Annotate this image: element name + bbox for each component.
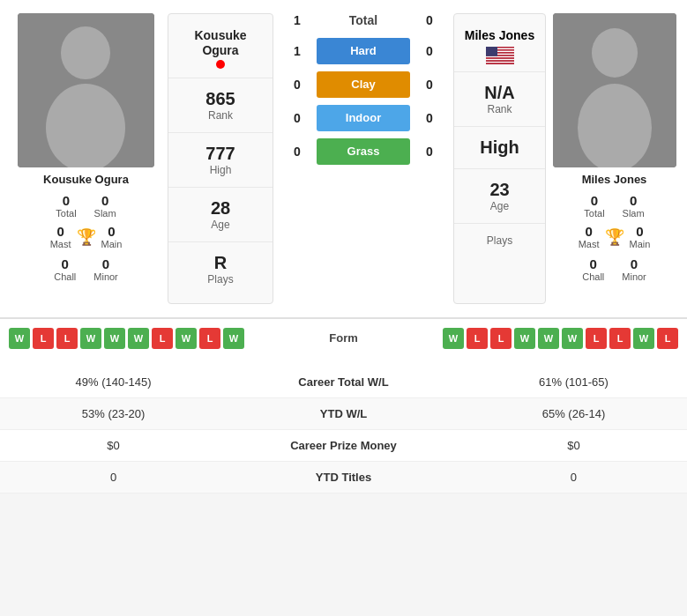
left-form-badge-l: L <box>199 328 220 349</box>
svg-rect-10 <box>486 56 514 58</box>
total-label: Total <box>317 13 410 27</box>
svg-rect-11 <box>486 57 514 59</box>
right-age-value: 23 <box>489 180 509 200</box>
left-plays-label: Plays <box>207 273 233 286</box>
left-high-label: High <box>210 164 232 176</box>
right-slam-label: Slam <box>623 208 645 219</box>
stats-row-1: 53% (23-20)YTD W/L65% (26-14) <box>0 397 687 429</box>
left-plays-block: R Plays <box>168 242 273 296</box>
svg-point-1 <box>61 26 110 79</box>
right-middle-stats: Miles Jones <box>453 13 546 304</box>
left-age-value: 28 <box>211 198 230 219</box>
stats-table: 49% (140-145)Career Total W/L61% (101-65… <box>0 367 687 494</box>
svg-rect-13 <box>486 60 514 62</box>
right-form-badge-l: L <box>586 328 607 349</box>
right-rank-label: Rank <box>487 103 512 115</box>
hard-left-val: 1 <box>285 44 310 58</box>
right-minor-value: 0 <box>631 256 638 271</box>
left-main-label: Main <box>101 239 123 249</box>
right-mast-label: Mast <box>579 239 600 249</box>
left-trophy-row: 0 Mast 🏆 0 Main <box>50 224 123 249</box>
right-main-cell: 0 Main <box>630 224 651 249</box>
left-chall-cell: 0 Chall <box>54 256 76 282</box>
stats-left-val-1: 53% (23-20) <box>0 397 227 429</box>
left-total-label: Total <box>56 208 76 219</box>
surface-row-hard: 1 Hard 0 <box>285 38 442 64</box>
left-form-badge-w: W <box>223 328 244 349</box>
right-form-badge-l: L <box>609 328 631 349</box>
left-total-cell: 0 Total <box>56 193 76 219</box>
right-chall-label: Chall <box>582 271 604 282</box>
left-flag-circle <box>216 60 225 69</box>
left-mast-cell: 0 Mast <box>50 224 71 249</box>
surface-row-total: 1 Total 0 <box>285 13 442 27</box>
left-age-label: Age <box>211 219 229 231</box>
stats-center-label-2: Career Prize Money <box>227 429 460 461</box>
left-form-badges: WLLWWWLWLW <box>9 328 244 349</box>
match-stats-center: 1 Total 0 1 Hard 0 0 Clay 0 0 Indoor 0 <box>278 13 449 304</box>
right-age-block: 23 Age <box>454 169 545 224</box>
stats-right-val-2: $0 <box>460 429 687 461</box>
left-player-card: Kousuke Ogura 0 Total 0 Slam 0 Mast 🏆 <box>9 13 163 304</box>
stats-center-label-0: Career Total W/L <box>227 367 460 398</box>
left-form-badge-w: W <box>128 328 149 349</box>
left-slam-value: 0 <box>101 193 108 208</box>
left-main-value: 0 <box>108 224 115 239</box>
stats-center-label-3: YTD Titles <box>227 461 460 493</box>
right-form-badge-w: W <box>538 328 559 349</box>
left-form-badge-l: L <box>56 328 78 349</box>
svg-rect-14 <box>486 62 514 63</box>
right-player-avatar <box>553 13 676 167</box>
svg-rect-16 <box>486 47 497 56</box>
left-player-avatar <box>18 13 154 167</box>
form-row: WLLWWWLWLW Form WLLWWWLLWL <box>9 328 678 349</box>
form-label: Form <box>309 331 379 345</box>
svg-rect-15 <box>486 63 514 64</box>
grass-left-val: 0 <box>285 145 310 159</box>
left-chall-label: Chall <box>54 271 76 282</box>
right-mast-cell: 0 Mast <box>579 224 600 249</box>
right-player-name: Miles Jones <box>582 173 647 186</box>
right-form-badge-l: L <box>467 328 488 349</box>
right-total-label: Total <box>584 208 604 219</box>
clay-right-val: 0 <box>417 78 442 92</box>
left-rank-block: 865 Rank <box>168 78 273 133</box>
clay-button: Clay <box>317 71 410 98</box>
svg-rect-12 <box>486 59 514 61</box>
grass-right-val: 0 <box>417 145 442 159</box>
right-form-badge-w: W <box>562 328 583 349</box>
surface-row-indoor: 0 Indoor 0 <box>285 105 442 131</box>
left-form-badge-l: L <box>33 328 54 349</box>
comparison-section: Kousuke Ogura 0 Total 0 Slam 0 Mast 🏆 <box>0 0 687 317</box>
stats-right-val-0: 61% (101-65) <box>460 367 687 398</box>
total-left-val: 1 <box>285 13 310 27</box>
right-slam-cell: 0 Slam <box>623 193 645 219</box>
surface-row-clay: 0 Clay 0 <box>285 71 442 98</box>
total-right-val: 0 <box>417 13 442 27</box>
right-slam-value: 0 <box>630 193 637 208</box>
right-age-label: Age <box>490 200 509 212</box>
right-total-value: 0 <box>591 193 598 208</box>
left-plays-value: R <box>214 253 227 273</box>
right-form-badge-w: W <box>514 328 535 349</box>
right-form-badge-l: L <box>657 328 678 349</box>
left-name-block: KousukeOgura <box>168 21 273 78</box>
stats-row-3: 0YTD Titles0 <box>0 461 687 493</box>
left-slam-label: Slam <box>94 208 116 219</box>
us-flag-icon <box>486 47 514 64</box>
left-stats-row1: 0 Total 0 Slam <box>56 193 116 219</box>
right-stats-row3: 0 Chall 0 Minor <box>582 256 646 282</box>
left-age-block: 28 Age <box>168 188 273 242</box>
left-form-badge-l: L <box>152 328 173 349</box>
left-main-cell: 0 Main <box>101 224 123 249</box>
right-minor-cell: 0 Minor <box>622 256 646 282</box>
left-trophy-icon: 🏆 <box>77 227 96 247</box>
right-form-badge-w: W <box>443 328 464 349</box>
left-high-block: 777 High <box>168 133 273 188</box>
left-minor-cell: 0 Minor <box>93 256 118 282</box>
main-container: Kousuke Ogura 0 Total 0 Slam 0 Mast 🏆 <box>0 0 687 494</box>
right-player-card: Miles Jones 0 Total 0 Slam 0 Mast 🏆 0 <box>550 13 678 304</box>
right-main-value: 0 <box>636 224 643 239</box>
right-mast-value: 0 <box>585 224 592 239</box>
right-form-badges: WLLWWWLLWL <box>443 328 678 349</box>
